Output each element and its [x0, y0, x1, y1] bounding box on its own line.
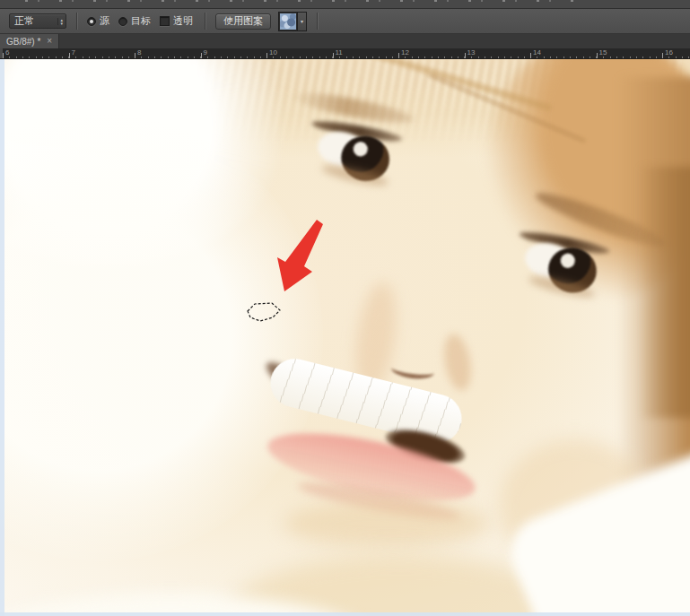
- photo-neck-shadow: [226, 554, 576, 616]
- selection-marquee: [248, 303, 280, 321]
- source-radio-dot: [90, 20, 93, 23]
- target-radio-label: 目标: [131, 14, 151, 28]
- photo-hair-top-right: [485, 59, 690, 301]
- window-top-strip: [0, 0, 690, 9]
- document-canvas[interactable]: [0, 59, 690, 616]
- ruler-tick: 7: [69, 48, 135, 59]
- photo-right-eye-sclera: [521, 239, 579, 283]
- photo-right-eye: [501, 223, 626, 322]
- photo-mouth-right-corner: [381, 422, 468, 472]
- ruler-tick: 11: [333, 48, 399, 59]
- toolbar-separator: [317, 13, 318, 30]
- photo-hair-strand: [428, 73, 587, 143]
- ruler-tick: 10: [266, 48, 333, 59]
- annotation-overlay: [0, 59, 690, 616]
- blend-mode-dropdown[interactable]: 正常 ▴▾: [9, 13, 66, 29]
- photo-right-eye-shadow: [528, 273, 597, 301]
- source-radio-circle[interactable]: [87, 17, 96, 26]
- photo-left-eye-lash: [310, 117, 403, 145]
- tool-options-bar: 正常 ▴▾ 源 目标 透明 使用图案 ▾: [0, 9, 690, 34]
- photo-left-eyebrow: [288, 87, 415, 128]
- ruler-tick: 12: [398, 48, 465, 59]
- source-radio[interactable]: 源: [87, 14, 109, 28]
- ruler-tick: 8: [135, 48, 201, 59]
- photo-chin-shadow: [284, 500, 490, 547]
- photo-right-eye-lash: [519, 229, 611, 257]
- red-arrow-annotation: [277, 220, 323, 291]
- ruler[interactable]: 678910111213141516: [0, 48, 690, 59]
- ruler-tick: 14: [530, 48, 597, 59]
- blend-mode-value: 正常: [14, 14, 57, 28]
- photo-left-eye-shadow: [320, 161, 389, 189]
- toolbar-separator: [76, 13, 77, 30]
- ruler-tick: 16: [662, 48, 690, 59]
- pattern-picker: ▾: [278, 12, 307, 31]
- photo-nostril-shadow: [390, 360, 435, 381]
- use-pattern-label: 使用图案: [223, 14, 263, 28]
- pattern-thumbnail-icon: [280, 13, 296, 30]
- document-tab-label: GB/8#) *: [6, 37, 40, 47]
- photo-lower-lip: [263, 420, 481, 515]
- photo-bottom-highlight: [0, 594, 377, 616]
- canvas-bottom-edge: [0, 612, 690, 616]
- target-radio[interactable]: 目标: [118, 14, 151, 28]
- document-tab[interactable]: GB/8#) * ×: [0, 34, 59, 48]
- photo-hair-streaks: [54, 59, 682, 144]
- photo-hair-right-dark: [639, 167, 690, 418]
- photo-left-eye-sclera: [314, 127, 371, 172]
- document-tab-bar: GB/8#) * ×: [0, 34, 690, 48]
- use-pattern-button[interactable]: 使用图案: [215, 13, 271, 30]
- photo-highlight-topleft: [0, 59, 296, 265]
- photo-hair-right: [617, 77, 690, 499]
- photo-highlight-left: [0, 113, 323, 561]
- photo-teeth: [266, 353, 467, 447]
- transparent-checkbox[interactable]: 透明: [160, 14, 193, 28]
- target-radio-dot: [121, 20, 125, 23]
- photo-right-eyebrow: [532, 186, 669, 254]
- ruler-tick: 13: [465, 48, 531, 59]
- close-icon[interactable]: ×: [47, 37, 52, 46]
- transparent-checkbox-box[interactable]: [160, 16, 170, 26]
- photo-lip-shadow: [296, 476, 463, 527]
- photo-hair-bangs: [0, 59, 690, 158]
- pattern-swatch[interactable]: [278, 12, 298, 31]
- ruler-tick: 6: [3, 48, 69, 59]
- toolbar-separator: [205, 13, 205, 30]
- target-radio-circle[interactable]: [118, 17, 127, 26]
- pattern-dropdown-arrow[interactable]: ▾: [298, 12, 307, 31]
- dropdown-updown-icon: ▴▾: [57, 18, 63, 25]
- ruler-tick: 15: [597, 48, 663, 59]
- photo-left-eye: [295, 113, 414, 204]
- photo-nose-bridge: [350, 280, 403, 396]
- photo-mouth-left-corner: [262, 357, 315, 402]
- photo-nose-side-shadow: [441, 332, 476, 393]
- source-radio-label: 源: [100, 14, 109, 28]
- photo-left-eye-iris: [336, 131, 394, 186]
- photo-hair-strand: [345, 59, 553, 112]
- photo-right-eye-iris: [544, 243, 601, 299]
- photo-white-clothing: [500, 438, 690, 616]
- canvas-left-edge: [0, 59, 4, 616]
- ruler-tick: 9: [201, 48, 267, 59]
- transparent-checkbox-label: 透明: [173, 14, 193, 28]
- photo-jaw-shadow: [499, 439, 651, 574]
- chevron-down-icon: ▾: [301, 18, 303, 24]
